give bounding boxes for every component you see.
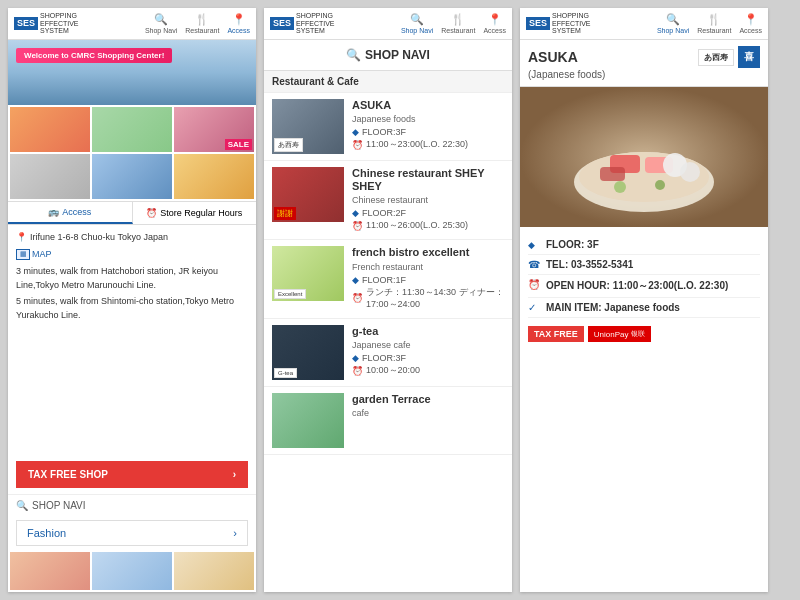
clock-icon-detail: ⏰ bbox=[528, 279, 540, 290]
hero-image: Welcome to CMRC Shopping Center! bbox=[8, 40, 256, 105]
shop-navi-title: 🔍 SHOP NAVI bbox=[264, 40, 512, 71]
restaurant-icon: 🍴 bbox=[195, 13, 209, 26]
access-icon-3: 📍 bbox=[744, 13, 758, 26]
detail-sub: (Japanese foods) bbox=[528, 69, 760, 80]
tab-store-hours[interactable]: ⏰ Store Regular Hours bbox=[133, 202, 257, 224]
shop-floor-excellent: FLOOR:1F bbox=[352, 275, 504, 285]
shop-navi-bar: 🔍 SHOP NAVI bbox=[8, 494, 256, 516]
nav-access-3[interactable]: 📍 Access bbox=[739, 13, 762, 34]
tax-free-button[interactable]: TAX FREE SHOP › bbox=[16, 461, 248, 488]
shop-type-sheyshey: Chinese restaurant bbox=[352, 195, 504, 205]
nav-shop-navi-1[interactable]: 🔍 Shop Navi bbox=[145, 13, 177, 34]
shop-floor-sheyshey: FLOOR:2F bbox=[352, 208, 504, 218]
shop-thumb-sheyshey: 謝謝 bbox=[272, 167, 344, 222]
shop-name-gtea: g-tea bbox=[352, 325, 504, 338]
shop-name-sheyshey: Chinese restaurant SHEY SHEY bbox=[352, 167, 504, 193]
check-icon-detail bbox=[528, 302, 540, 313]
shop-type-garden: cafe bbox=[352, 408, 504, 418]
shop-hours-asuka: ⏰ 11:00～23:00(L.O. 22:30) bbox=[352, 138, 504, 151]
bottom-photo-3 bbox=[174, 552, 254, 590]
shop-info-excellent: french bistro excellent French restauran… bbox=[352, 246, 504, 311]
search-icon: 🔍 bbox=[154, 13, 168, 26]
shop-name-garden: garden Terrace bbox=[352, 393, 504, 406]
detail-logo-text: あ⻄寿 bbox=[698, 49, 734, 66]
nav-access-2[interactable]: 📍 Access bbox=[483, 13, 506, 34]
detail-row-floor: FLOOR: 3F bbox=[528, 235, 760, 255]
tab-access[interactable]: 🚌 Access bbox=[8, 202, 133, 224]
shop-info-gtea: g-tea Japanese cafe FLOOR:3F ⏰ 10:00～20:… bbox=[352, 325, 504, 378]
photo-cell-6 bbox=[174, 154, 254, 199]
nav-shop-navi-3[interactable]: 🔍 Shop Navi bbox=[657, 13, 689, 34]
shop-list: あ⻄寿 ASUKA Japanese foods FLOOR:3F ⏰ 11:0… bbox=[264, 93, 512, 592]
header-nav-2: 🔍 Shop Navi 🍴 Restaurant 📍 Access bbox=[401, 13, 506, 34]
ses-logo-2: SES SHOPPINGEFFECTIVESYSTEM bbox=[270, 12, 335, 35]
detail-logo-area: あ⻄寿 喜 bbox=[698, 46, 760, 68]
shop-type-excellent: French restaurant bbox=[352, 262, 504, 272]
hero-banner: Welcome to CMRC Shopping Center! bbox=[8, 40, 256, 105]
clock-icon-sheyshey: ⏰ bbox=[352, 221, 363, 231]
shop-info-asuka: ASUKA Japanese foods FLOOR:3F ⏰ 11:00～23… bbox=[352, 99, 504, 152]
pin-icon-excellent bbox=[352, 275, 359, 285]
shop-info-garden: garden Terrace cafe bbox=[352, 393, 504, 421]
map-link[interactable]: ▦ MAP bbox=[16, 248, 248, 262]
ses-logo-1: SES SHOPPINGEFFECTIVESYSTEM bbox=[14, 12, 79, 35]
shop-info-sheyshey: Chinese restaurant SHEY SHEY Chinese res… bbox=[352, 167, 504, 233]
screen-3: SES SHOPPINGEFFECTIVESYSTEM 🔍 Shop Navi … bbox=[520, 8, 768, 592]
header-1: SES SHOPPINGEFFECTIVESYSTEM 🔍 Shop Navi … bbox=[8, 8, 256, 40]
restaurant-icon-2: 🍴 bbox=[451, 13, 465, 26]
pin-icon-asuka bbox=[352, 127, 359, 137]
search-icon-3: 🔍 bbox=[666, 13, 680, 26]
detail-title-area: ASUKA あ⻄寿 喜 (Japanese foods) bbox=[520, 40, 768, 87]
svg-point-8 bbox=[614, 181, 626, 193]
access-tabs: 🚌 Access ⏰ Store Regular Hours bbox=[8, 201, 256, 225]
nav-shop-navi-2[interactable]: 🔍 Shop Navi bbox=[401, 13, 433, 34]
detail-image-inner bbox=[520, 87, 768, 227]
detail-row-tel: TEL: 03-3552-5341 bbox=[528, 255, 760, 275]
ses-logo-text: SHOPPINGEFFECTIVESYSTEM bbox=[40, 12, 79, 35]
food-image-svg bbox=[520, 87, 768, 227]
search-icon-header: 🔍 bbox=[346, 48, 361, 62]
bottom-photos bbox=[8, 550, 256, 592]
shop-item-excellent[interactable]: Excellent french bistro excellent French… bbox=[264, 240, 512, 318]
shop-item-sheyshey[interactable]: 謝謝 Chinese restaurant SHEY SHEY Chinese … bbox=[264, 161, 512, 240]
pin-icon-access: 📍 bbox=[16, 231, 27, 245]
clock-icon-tab: ⏰ bbox=[146, 208, 157, 218]
nav-access-1[interactable]: 📍 Access bbox=[227, 13, 250, 34]
ses-logo-text-2: SHOPPINGEFFECTIVESYSTEM bbox=[296, 12, 335, 35]
fashion-link[interactable]: Fashion › bbox=[16, 520, 248, 546]
pin-icon-detail bbox=[528, 239, 540, 250]
shop-item-asuka[interactable]: あ⻄寿 ASUKA Japanese foods FLOOR:3F ⏰ 11:0… bbox=[264, 93, 512, 161]
nav-restaurant-2[interactable]: 🍴 Restaurant bbox=[441, 13, 475, 34]
shop-item-gtea[interactable]: G-tea g-tea Japanese cafe FLOOR:3F ⏰ 10:… bbox=[264, 319, 512, 387]
ses-logo-3: SES SHOPPINGEFFECTIVESYSTEM bbox=[526, 12, 591, 35]
access-icon-2: 📍 bbox=[488, 13, 502, 26]
ses-logo-text-3: SHOPPINGEFFECTIVESYSTEM bbox=[552, 12, 591, 35]
asuka-logo-small: あ⻄寿 bbox=[274, 138, 303, 152]
header-nav-3: 🔍 Shop Navi 🍴 Restaurant 📍 Access bbox=[657, 13, 762, 34]
shop-thumb-excellent: Excellent bbox=[272, 246, 344, 301]
detail-row-hours: ⏰ OPEN HOUR: 11:00～23:00(L.O. 22:30) bbox=[528, 275, 760, 298]
shop-item-garden[interactable]: garden Terrace cafe bbox=[264, 387, 512, 455]
clock-icon-excellent: ⏰ bbox=[352, 292, 363, 305]
unionpay-badge: UnionPay 银联 bbox=[588, 326, 651, 342]
screen-2: SES SHOPPINGEFFECTIVESYSTEM 🔍 Shop Navi … bbox=[264, 8, 512, 592]
access-info: 📍 Irifune 1-6-8 Chuo-ku Tokyo Japan ▦ MA… bbox=[8, 225, 256, 455]
nav-restaurant-3[interactable]: 🍴 Restaurant bbox=[697, 13, 731, 34]
shop-thumb-garden bbox=[272, 393, 344, 448]
badges-row: TAX FREE UnionPay 银联 bbox=[528, 326, 760, 342]
bottom-photo-1 bbox=[10, 552, 90, 590]
shop-type-asuka: Japanese foods bbox=[352, 114, 504, 124]
phone-icon-detail bbox=[528, 259, 540, 270]
nav-restaurant-1[interactable]: 🍴 Restaurant bbox=[185, 13, 219, 34]
section-restaurant: Restaurant & Cafe bbox=[264, 71, 512, 93]
shop-name-excellent: french bistro excellent bbox=[352, 246, 504, 259]
clock-icon-asuka: ⏰ bbox=[352, 140, 363, 150]
photo-cell-1 bbox=[10, 107, 90, 152]
access-location: 📍 Irifune 1-6-8 Chuo-ku Tokyo Japan bbox=[16, 231, 248, 245]
ses-logo-box-2: SES bbox=[270, 17, 294, 30]
unionpay-cn: 银联 bbox=[631, 329, 645, 339]
tax-free-badge-detail: TAX FREE bbox=[528, 326, 584, 342]
bus-icon: 🚌 bbox=[48, 207, 59, 217]
arrow-right-icon: › bbox=[233, 469, 236, 480]
detail-row-main-item: MAIN ITEM: Japanese foods bbox=[528, 298, 760, 318]
